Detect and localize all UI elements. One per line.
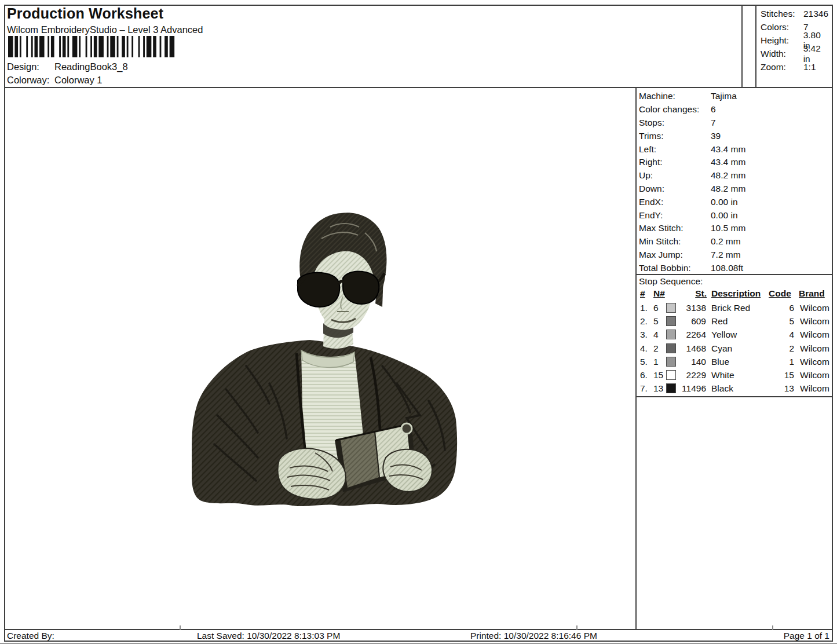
needle-number: 5 bbox=[653, 314, 659, 328]
stat-label: Zoom: bbox=[761, 62, 803, 72]
footer-created-by: Created By: bbox=[7, 631, 54, 641]
info-value: 39 bbox=[711, 131, 721, 141]
border-stopseq-bottom bbox=[635, 396, 833, 397]
thread-brand: Wilcom bbox=[800, 382, 829, 395]
stat-value: 3.42 in bbox=[803, 43, 830, 64]
info-row: Down:48.2 mm bbox=[639, 182, 830, 196]
col-header-st: St. bbox=[675, 288, 707, 299]
info-row: EndY:0.00 in bbox=[639, 208, 830, 222]
border-footer-top bbox=[4, 629, 833, 630]
machine-info-panel: Machine:Tajima Color changes:6 Stops:7 T… bbox=[639, 90, 830, 275]
stop-number: 4. bbox=[640, 342, 648, 355]
stop-row: 2. 5 609 Red 5 Wilcom bbox=[635, 314, 833, 328]
thread-brand: Wilcom bbox=[800, 301, 829, 314]
needle-number: 13 bbox=[653, 382, 663, 395]
production-worksheet-page: Production Worksheet Wilcom EmbroiderySt… bbox=[0, 0, 837, 644]
info-row: Stops:7 bbox=[639, 116, 830, 130]
info-label: Trims: bbox=[639, 131, 711, 141]
info-label: Max Stitch: bbox=[639, 223, 711, 233]
software-subtitle: Wilcom EmbroideryStudio – Level 3 Advanc… bbox=[7, 24, 203, 35]
border-stats-left bbox=[755, 5, 756, 88]
footer-cell-tick bbox=[772, 625, 773, 630]
stitch-count: 11496 bbox=[675, 382, 706, 395]
info-row: EndX:0.00 in bbox=[639, 195, 830, 208]
info-label: Min Stitch: bbox=[639, 236, 711, 247]
stat-label: Stitches: bbox=[761, 9, 803, 19]
needle-number: 4 bbox=[653, 328, 659, 341]
info-row: Trims:39 bbox=[639, 129, 830, 142]
thread-code: 13 bbox=[769, 382, 794, 395]
needle-number: 1 bbox=[653, 355, 659, 368]
info-label: Stops: bbox=[639, 118, 711, 128]
stat-row: Stitches:21346 bbox=[761, 7, 830, 20]
thread-description: Cyan bbox=[711, 342, 732, 355]
stats-box: Stitches:21346 Colors:7 Height:3.80 in W… bbox=[761, 7, 830, 74]
thread-description: Brick Red bbox=[711, 301, 750, 314]
thread-code: 2 bbox=[769, 342, 794, 355]
info-row: Max Stitch:10.5 mm bbox=[639, 222, 830, 235]
barcode bbox=[8, 36, 176, 57]
col-header-description: Description bbox=[711, 288, 761, 299]
border-left bbox=[4, 5, 5, 642]
info-value: 0.2 mm bbox=[711, 236, 741, 247]
info-row: Left:43.4 mm bbox=[639, 142, 830, 156]
stat-row: Width:3.42 in bbox=[761, 47, 830, 60]
footer-cell-tick bbox=[180, 625, 181, 630]
stat-value: 1:1 bbox=[803, 62, 816, 72]
info-label: Left: bbox=[639, 144, 711, 155]
design-label: Design: bbox=[7, 61, 39, 72]
stat-label: Colors: bbox=[761, 22, 803, 32]
info-label: Total Bobbin: bbox=[639, 263, 711, 273]
info-row: Machine:Tajima bbox=[639, 90, 830, 103]
info-value: 0.00 in bbox=[711, 197, 738, 207]
needle-number: 2 bbox=[653, 342, 659, 355]
stop-number: 1. bbox=[640, 301, 648, 314]
design-value: ReadingBook3_8 bbox=[54, 61, 128, 72]
thread-code: 6 bbox=[769, 301, 794, 314]
footer-cell-tick bbox=[576, 625, 578, 630]
footer-last-saved: Last Saved: 10/30/2022 8:13:03 PM bbox=[197, 631, 340, 641]
thread-code: 5 bbox=[769, 314, 794, 328]
info-value: 43.4 mm bbox=[711, 144, 745, 155]
stop-number: 5. bbox=[640, 355, 648, 368]
info-label: EndX: bbox=[639, 197, 711, 207]
thread-description: Blue bbox=[711, 355, 729, 368]
stop-row: 5. 1 140 Blue 1 Wilcom bbox=[635, 355, 833, 368]
design-preview-image bbox=[191, 210, 458, 508]
info-value: 48.2 mm bbox=[711, 170, 745, 181]
stat-label: Width: bbox=[761, 49, 803, 59]
stop-number: 2. bbox=[640, 314, 648, 328]
stitch-count: 1468 bbox=[675, 342, 706, 355]
stop-sequence-title: Stop Sequence: bbox=[639, 276, 703, 287]
col-header-code: Code bbox=[769, 288, 791, 299]
info-row: Right:43.4 mm bbox=[639, 156, 830, 169]
info-value: 7.2 mm bbox=[711, 250, 741, 260]
right-hand bbox=[383, 449, 432, 492]
thread-code: 4 bbox=[769, 328, 794, 341]
thread-code: 1 bbox=[769, 355, 794, 368]
thread-description: Yellow bbox=[711, 328, 737, 341]
stop-sequence-table: 1. 6 3138 Brick Red 6 Wilcom 2. 5 609 Re… bbox=[635, 301, 833, 395]
stat-value: 21346 bbox=[803, 9, 828, 19]
page-curl bbox=[401, 423, 412, 434]
info-value: Tajima bbox=[711, 91, 737, 101]
thread-brand: Wilcom bbox=[800, 314, 829, 328]
thread-brand: Wilcom bbox=[800, 355, 829, 368]
stop-number: 3. bbox=[640, 328, 648, 341]
info-label: Machine: bbox=[639, 91, 711, 101]
info-label: Up: bbox=[639, 170, 711, 181]
colorway-label: Colorway: bbox=[7, 75, 49, 86]
stop-row: 4. 2 1468 Cyan 2 Wilcom bbox=[635, 342, 833, 355]
info-label: Color changes: bbox=[639, 104, 711, 115]
stop-row: 1. 6 3138 Brick Red 6 Wilcom bbox=[635, 301, 833, 314]
col-header-num: # bbox=[640, 288, 645, 299]
info-value: 108.08ft bbox=[711, 263, 743, 273]
info-row: Total Bobbin:108.08ft bbox=[639, 261, 830, 275]
info-label: Down: bbox=[639, 184, 711, 194]
thread-brand: Wilcom bbox=[800, 368, 829, 382]
border-header-bottom bbox=[4, 87, 833, 88]
stop-row: 7. 13 11496 Black 13 Wilcom bbox=[635, 382, 833, 395]
info-value: 43.4 mm bbox=[711, 157, 745, 167]
info-value: 6 bbox=[711, 104, 716, 115]
stop-row: 6. 15 2229 White 15 Wilcom bbox=[635, 368, 833, 382]
